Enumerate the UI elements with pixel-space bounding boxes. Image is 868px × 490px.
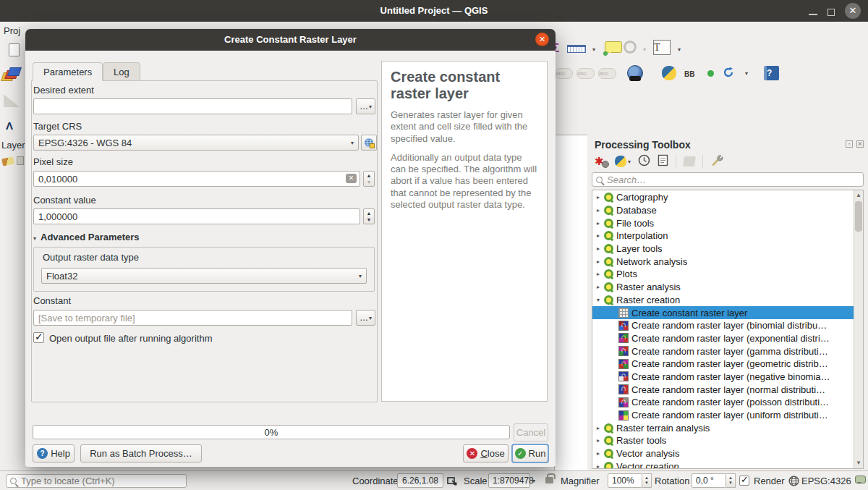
dialog-titlebar[interactable]: Create Constant Raster Layer ✕ bbox=[25, 29, 556, 51]
tree-item-random-gamma[interactable]: Create random raster layer (gamma distri… bbox=[592, 345, 854, 358]
tree-group-raster-terrain-analysis[interactable]: ▸Raster terrain analysis bbox=[592, 421, 854, 434]
text-annotation-icon[interactable]: T bbox=[653, 40, 671, 55]
pixel-size-input[interactable]: 0,010000 bbox=[33, 171, 360, 187]
plugin-green-dot-icon[interactable] bbox=[707, 70, 714, 77]
qgis-group-icon bbox=[604, 206, 613, 215]
extent-toggle-icon[interactable] bbox=[446, 475, 458, 486]
tab-parameters[interactable]: Parameters bbox=[33, 62, 103, 81]
refresh-arrow-icon[interactable] bbox=[722, 66, 735, 79]
constant-output-input[interactable]: [Save to temporary file] bbox=[33, 310, 352, 326]
scroll-up-icon[interactable]: ▲ bbox=[854, 190, 863, 200]
maximize-button[interactable] bbox=[827, 9, 835, 16]
tree-group-file-tools[interactable]: ▸File tools bbox=[592, 216, 854, 229]
python-console-icon[interactable] bbox=[662, 66, 676, 80]
target-crs-combo[interactable]: EPSG:4326 - WGS 84▾ bbox=[33, 135, 359, 151]
plugin-bb-icon[interactable]: BB bbox=[684, 70, 694, 78]
tree-group-database[interactable]: ▸Database bbox=[592, 204, 854, 217]
run-button[interactable]: ✓Run bbox=[512, 444, 548, 462]
scroll-down-icon[interactable]: ▼ bbox=[854, 458, 863, 468]
desired-extent-input[interactable] bbox=[33, 98, 352, 114]
run-as-batch-button[interactable]: Run as Batch Process… bbox=[80, 444, 202, 462]
style-brush-icon[interactable] bbox=[1, 156, 14, 166]
tree-item-random-exponential[interactable]: Create random raster layer (exponential … bbox=[592, 332, 854, 345]
models-icon[interactable]: ✱ bbox=[595, 155, 608, 168]
magnifier-stepper[interactable]: ▲▼ bbox=[642, 473, 652, 488]
new-project-icon[interactable] bbox=[9, 43, 20, 56]
magnifier-value[interactable]: 100% bbox=[608, 473, 642, 488]
advanced-parameters-header[interactable]: ▾Advanced Parameters bbox=[33, 232, 140, 242]
tree-item-random-normal[interactable]: Create random raster layer (normal distr… bbox=[592, 383, 854, 396]
tree-group-cartography[interactable]: ▸Cartography bbox=[592, 191, 854, 204]
tree-item-random-binomial[interactable]: Create random raster layer (binomial dis… bbox=[592, 319, 854, 332]
magnifier-label: Magnifier bbox=[561, 476, 599, 486]
toolbox-search-input[interactable]: Search… bbox=[592, 172, 864, 187]
open-output-label: Open output file after running algorithm bbox=[49, 333, 212, 344]
tree-group-layer-tools[interactable]: ▸Layer tools bbox=[592, 242, 854, 255]
select-crs-button[interactable] bbox=[361, 135, 377, 151]
help-button[interactable]: ?Help bbox=[33, 444, 75, 462]
close-window-button[interactable]: ✕ bbox=[845, 3, 861, 19]
map-tips-icon[interactable] bbox=[605, 41, 622, 53]
history-icon[interactable] bbox=[638, 154, 650, 169]
scripts-python-icon[interactable]: ▾ bbox=[615, 156, 631, 167]
qgis-group-icon bbox=[604, 449, 613, 458]
tree-item-random-negative-binomial[interactable]: Create random raster layer (negative bin… bbox=[592, 371, 854, 384]
vertex-tool-fragment[interactable]: Λ bbox=[6, 119, 13, 132]
help-book-icon[interactable]: ? bbox=[764, 66, 779, 80]
tree-group-vector-creation[interactable]: ▸Vector creation bbox=[592, 460, 854, 469]
minimize-button[interactable] bbox=[809, 14, 817, 15]
desired-extent-options-button[interactable]: …▾ bbox=[356, 98, 375, 114]
render-checkbox[interactable]: ✓ bbox=[739, 476, 749, 486]
menu-project-fragment[interactable]: Proj bbox=[4, 25, 20, 36]
measure-ruler-icon[interactable] bbox=[567, 45, 586, 53]
constant-value-label: Constant value bbox=[33, 195, 96, 206]
tree-group-interpolation[interactable]: ▸Interpolation bbox=[592, 229, 854, 242]
tree-group-raster-creation[interactable]: ▾Raster creation bbox=[592, 294, 854, 307]
refresh-dropdown-arrow[interactable]: ▾ bbox=[745, 70, 748, 77]
tree-group-plots[interactable]: ▸Plots bbox=[592, 268, 854, 281]
close-icon: ✕ bbox=[467, 448, 477, 459]
panel-float-icon[interactable]: ▫ bbox=[846, 140, 853, 148]
scale-dropdown-arrow[interactable]: ▾ bbox=[532, 478, 535, 484]
tree-item-random-geometric[interactable]: Create random raster layer (geometric di… bbox=[592, 358, 854, 371]
constant-value-input[interactable]: 1,000000 bbox=[33, 208, 360, 224]
layers-icon[interactable] bbox=[2, 67, 22, 84]
tree-group-vector-analysis[interactable]: ▸Vector analysis bbox=[592, 447, 854, 460]
clear-value-icon[interactable]: ✕ bbox=[346, 174, 357, 183]
tree-group-raster-analysis[interactable]: ▸Raster analysis bbox=[592, 281, 854, 294]
tree-item-create-constant-raster[interactable]: Create constant raster layer bbox=[592, 306, 854, 319]
locator-input[interactable]: Type to locate (Ctrl+K) bbox=[6, 474, 187, 488]
options-wrench-icon[interactable] bbox=[710, 153, 724, 169]
tree-group-network-analysis[interactable]: ▸Network analysis bbox=[592, 255, 854, 268]
messages-bubble-icon[interactable] bbox=[855, 476, 866, 483]
tree-item-random-poisson[interactable]: Create random raster layer (poisson dist… bbox=[592, 396, 854, 409]
rotation-stepper[interactable]: ▲▼ bbox=[726, 473, 736, 488]
output-type-combo[interactable]: Float32▾ bbox=[41, 268, 367, 284]
panel-close-icon[interactable]: ✕ bbox=[856, 140, 864, 148]
annotation-dropdown-arrow[interactable]: ▾ bbox=[678, 46, 681, 53]
lock-scale-icon[interactable] bbox=[545, 477, 553, 483]
coordinate-value[interactable]: 6.26,1.08 bbox=[397, 473, 443, 488]
tab-log[interactable]: Log bbox=[103, 62, 140, 81]
cancel-button[interactable]: Cancel bbox=[514, 423, 548, 442]
results-viewer-icon[interactable] bbox=[658, 154, 668, 169]
scale-combo[interactable]: 1:8709478 bbox=[488, 473, 530, 488]
pixel-size-stepper[interactable]: ▲▼ bbox=[363, 171, 375, 187]
close-button[interactable]: ✕Close bbox=[463, 444, 509, 462]
tree-item-random-uniform[interactable]: Create random raster layer (uniform dist… bbox=[592, 409, 854, 422]
open-output-checkbox[interactable]: ✓ bbox=[33, 332, 44, 343]
map-canvas[interactable] bbox=[554, 135, 587, 470]
measure-dropdown-arrow[interactable]: ▾ bbox=[592, 46, 595, 53]
scrollbar-thumb[interactable] bbox=[855, 201, 862, 232]
run-check-icon: ✓ bbox=[515, 448, 526, 459]
metasearch-icon[interactable] bbox=[627, 65, 643, 81]
tree-group-raster-tools[interactable]: ▸Raster tools bbox=[592, 434, 854, 447]
rotation-value[interactable]: 0,0 ° bbox=[692, 473, 726, 488]
tree-scrollbar[interactable]: ▲ ▼ bbox=[854, 190, 863, 468]
dialog-close-icon[interactable]: ✕ bbox=[535, 33, 549, 46]
status-crs-value[interactable]: EPSG:4326 bbox=[801, 476, 851, 486]
constant-value-stepper[interactable]: ▲▼ bbox=[363, 208, 375, 224]
copy-style-icon[interactable] bbox=[17, 156, 24, 165]
constant-output-options-button[interactable]: …▾ bbox=[356, 310, 375, 326]
crs-globe-icon[interactable] bbox=[788, 476, 799, 489]
